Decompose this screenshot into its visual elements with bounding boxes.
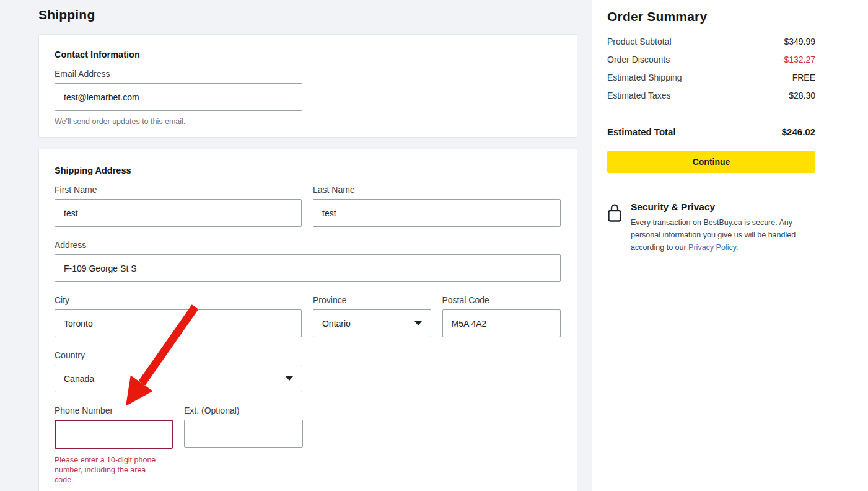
shipping-address-card: Shipping Address First Name Last Name Ad… [38,149,577,491]
caret-down-icon [286,376,293,381]
address-input[interactable] [55,254,561,282]
lock-icon [607,203,622,254]
caret-down-icon [414,321,422,325]
summary-divider [607,113,815,113]
order-summary-panel: Order Summary Product Subtotal $349.99 O… [592,0,868,491]
summary-row-product-subtotal: Product Subtotal $349.99 [607,37,815,46]
summary-value: FREE [792,73,815,82]
summary-value: $349.99 [784,37,815,46]
ext-label: Ext. (Optional) [184,405,303,415]
phone-error-message: Please enter a 10-digit phone number, in… [55,455,165,485]
estimated-total-label: Estimated Total [607,126,676,137]
email-helper-text: We'll send order updates to this email. [55,117,561,126]
security-privacy-section: Security & Privacy Every transaction on … [607,201,815,254]
country-select-value: Canada [64,374,94,384]
address-label: Address [55,240,561,250]
city-label: City [55,295,302,305]
continue-button[interactable]: Continue [607,151,815,173]
privacy-policy-link[interactable]: Privacy Policy [688,243,736,252]
province-label: Province [313,295,431,305]
country-select[interactable]: Canada [55,365,302,392]
province-select-value: Ontario [322,319,351,329]
summary-value: $28.30 [789,91,815,100]
email-input[interactable] [55,83,302,111]
contact-information-heading: Contact Information [55,50,561,60]
page-title: Shipping [38,7,95,22]
postal-code-input[interactable] [442,309,561,337]
security-body-period: . [736,243,738,252]
summary-row-estimated-taxes: Estimated Taxes $28.30 [607,91,815,100]
last-name-input[interactable] [313,199,561,227]
summary-row-estimated-shipping: Estimated Shipping FREE [607,73,815,82]
summary-row-order-discounts: Order Discounts -$132.27 [607,55,815,64]
city-input[interactable] [55,309,302,337]
security-privacy-heading: Security & Privacy [631,201,812,213]
postal-code-label: Postal Code [442,295,561,305]
ext-input[interactable] [184,420,303,448]
phone-number-input[interactable] [55,420,173,449]
security-privacy-body: Every transaction on BestBuy.ca is secur… [631,216,812,254]
phone-number-label: Phone Number [55,405,173,415]
last-name-label: Last Name [313,185,561,195]
summary-label: Product Subtotal [607,37,672,46]
first-name-label: First Name [55,185,302,195]
email-label: Email Address [55,69,561,79]
contact-information-card: Contact Information Email Address We'll … [38,34,577,138]
province-select[interactable]: Ontario [313,309,431,337]
shipping-address-heading: Shipping Address [55,166,561,175]
order-summary-heading: Order Summary [607,9,815,24]
summary-label: Estimated Shipping [607,73,682,82]
first-name-input[interactable] [55,199,302,227]
summary-label: Estimated Taxes [607,91,670,100]
country-label: Country [55,350,302,360]
estimated-total-row: Estimated Total $246.02 [607,126,815,137]
summary-label: Order Discounts [607,55,670,64]
estimated-total-value: $246.02 [782,126,815,137]
summary-value-discount: -$132.27 [781,55,815,64]
